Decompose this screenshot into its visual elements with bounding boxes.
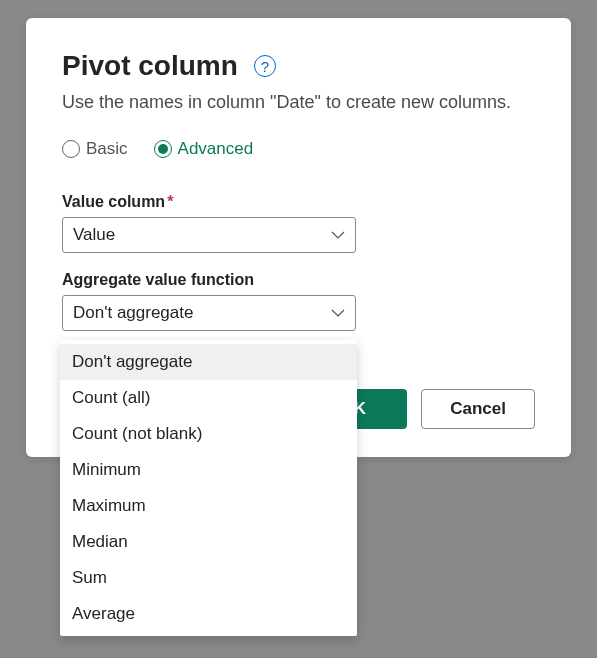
dropdown-item-average[interactable]: Average bbox=[60, 596, 357, 632]
aggregate-dropdown-list: Don't aggregate Count (all) Count (not b… bbox=[60, 340, 357, 636]
radio-basic-label: Basic bbox=[86, 139, 128, 159]
radio-advanced-label: Advanced bbox=[178, 139, 254, 159]
help-icon[interactable]: ? bbox=[254, 55, 276, 77]
required-indicator: * bbox=[167, 193, 173, 210]
dropdown-item-minimum[interactable]: Minimum bbox=[60, 452, 357, 488]
value-column-label: Value column* bbox=[62, 193, 535, 211]
aggregate-select[interactable]: Don't aggregate bbox=[62, 295, 356, 331]
title-row: Pivot column ? bbox=[62, 50, 535, 82]
dropdown-item-count-not-blank[interactable]: Count (not blank) bbox=[60, 416, 357, 452]
dropdown-item-count-all[interactable]: Count (all) bbox=[60, 380, 357, 416]
dialog-description: Use the names in column "Date" to create… bbox=[62, 92, 535, 113]
aggregate-value: Don't aggregate bbox=[73, 303, 193, 323]
value-column-value: Value bbox=[73, 225, 115, 245]
mode-radio-group: Basic Advanced bbox=[62, 139, 535, 159]
value-column-select[interactable]: Value bbox=[62, 217, 356, 253]
chevron-down-icon bbox=[331, 231, 345, 240]
chevron-down-icon bbox=[331, 309, 345, 318]
radio-circle-icon bbox=[62, 140, 80, 158]
dropdown-item-dont-aggregate[interactable]: Don't aggregate bbox=[60, 344, 357, 380]
dialog-title: Pivot column bbox=[62, 50, 238, 82]
aggregate-label: Aggregate value function bbox=[62, 271, 535, 289]
dropdown-item-maximum[interactable]: Maximum bbox=[60, 488, 357, 524]
radio-advanced[interactable]: Advanced bbox=[154, 139, 254, 159]
radio-basic[interactable]: Basic bbox=[62, 139, 128, 159]
dropdown-item-sum[interactable]: Sum bbox=[60, 560, 357, 596]
cancel-button[interactable]: Cancel bbox=[421, 389, 535, 429]
dropdown-item-median[interactable]: Median bbox=[60, 524, 357, 560]
radio-circle-icon bbox=[154, 140, 172, 158]
